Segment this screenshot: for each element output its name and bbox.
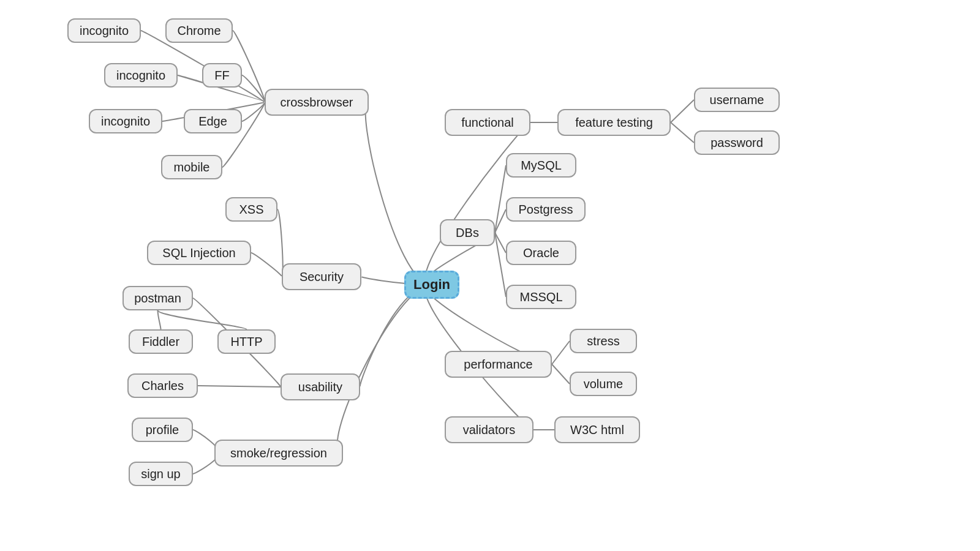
node-chrome: Chrome bbox=[165, 18, 233, 43]
node-profile: profile bbox=[132, 418, 193, 442]
node-stress: stress bbox=[570, 329, 637, 353]
svg-line-2 bbox=[671, 122, 694, 143]
node-charles: Charles bbox=[127, 373, 198, 398]
svg-line-6 bbox=[495, 233, 506, 297]
node-sql: SQL Injection bbox=[147, 241, 251, 265]
node-xss: XSS bbox=[225, 197, 277, 222]
node-performance: performance bbox=[445, 351, 552, 378]
node-fiddler: Fiddler bbox=[129, 329, 193, 354]
node-mssql: MSSQL bbox=[506, 285, 576, 309]
node-functional: functional bbox=[445, 109, 530, 136]
node-signup: sign up bbox=[129, 462, 193, 486]
node-mysql: MySQL bbox=[506, 153, 576, 178]
node-ff: FF bbox=[202, 63, 242, 88]
center-node: Login bbox=[404, 271, 459, 299]
svg-line-5 bbox=[495, 233, 506, 253]
node-validators: validators bbox=[445, 416, 533, 443]
node-http: HTTP bbox=[217, 329, 276, 354]
node-password: password bbox=[694, 130, 780, 155]
node-usability: usability bbox=[281, 373, 360, 400]
node-smoke: smoke/regression bbox=[214, 440, 343, 467]
svg-line-8 bbox=[552, 364, 570, 384]
node-volume: volume bbox=[570, 372, 637, 396]
svg-line-4 bbox=[495, 209, 506, 233]
node-featuretesting: feature testing bbox=[557, 109, 671, 136]
svg-line-1 bbox=[671, 100, 694, 122]
node-postgress: Postgress bbox=[506, 197, 586, 222]
svg-line-7 bbox=[552, 341, 570, 364]
node-username: username bbox=[694, 88, 780, 112]
node-postman: postman bbox=[123, 286, 193, 310]
node-w3chtml: W3C html bbox=[554, 416, 640, 443]
node-incognito-chrome: incognito bbox=[67, 18, 141, 43]
node-dbs: DBs bbox=[440, 219, 495, 246]
node-oracle: Oracle bbox=[506, 241, 576, 265]
node-incognito-edge: incognito bbox=[89, 109, 162, 133]
node-security: Security bbox=[282, 263, 361, 290]
node-mobile: mobile bbox=[161, 155, 222, 179]
svg-line-3 bbox=[495, 165, 506, 233]
node-edge: Edge bbox=[184, 109, 242, 133]
node-crossbrowser: crossbrowser bbox=[265, 89, 369, 116]
node-incognito-ff: incognito bbox=[104, 63, 178, 88]
